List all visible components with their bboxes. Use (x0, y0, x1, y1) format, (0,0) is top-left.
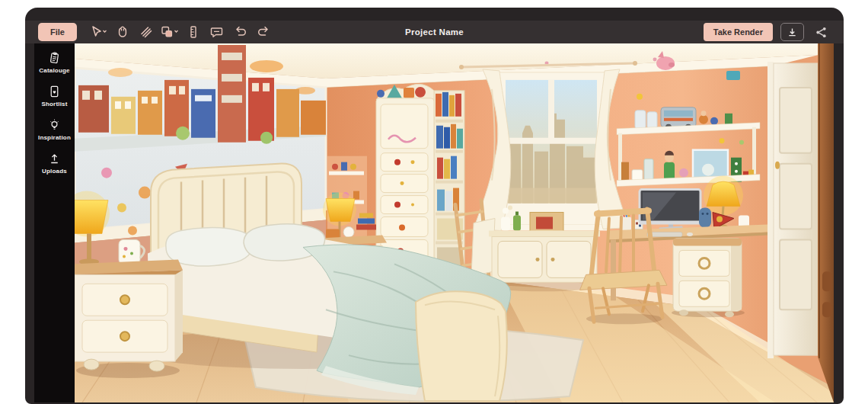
uploads-icon (48, 152, 61, 165)
sidebar-label: Inspiration (38, 134, 71, 141)
file-menu-button[interactable]: File (38, 23, 77, 41)
download-icon (787, 27, 798, 38)
cursor-icon (90, 25, 108, 39)
leaning-board (471, 219, 495, 277)
project-title: Project Name (405, 27, 464, 37)
app-window: File (25, 8, 844, 404)
overlapping-squares-icon (160, 25, 180, 39)
pillow (166, 227, 254, 265)
share-icon (815, 26, 828, 39)
undo-arrow-icon (233, 25, 247, 39)
sidebar-label: Catalouge (39, 67, 69, 74)
sidebar-label: Shortlist (41, 101, 67, 107)
tool-group (87, 22, 276, 42)
table-lamp (75, 200, 108, 234)
door (767, 43, 834, 402)
share-button[interactable] (812, 23, 830, 41)
render-canvas[interactable] (75, 43, 834, 402)
desk-drawer-unit (672, 238, 745, 317)
hatch-tool-button[interactable] (134, 22, 158, 42)
footboard (416, 291, 507, 401)
sidebar-item-inspiration[interactable]: Inspiration (34, 118, 75, 141)
sidebar-item-shortlist[interactable]: Shortlist (34, 85, 75, 107)
measure-tool-button[interactable] (181, 22, 205, 42)
toolbar: File (25, 21, 844, 43)
sidebar: Catalouge Shortlist Inspiration (34, 43, 75, 402)
toolbar-actions: Take Render (704, 23, 830, 41)
shapes-tool-button[interactable] (158, 22, 181, 42)
undo-button[interactable] (228, 22, 252, 42)
sidebar-item-uploads[interactable]: Uploads (34, 152, 75, 175)
redo-arrow-icon (257, 25, 271, 39)
diagonal-hatch-icon (139, 25, 153, 39)
catalogue-icon (48, 51, 61, 65)
dresser-drawers (381, 153, 428, 263)
sidebar-item-catalogue[interactable]: Catalouge (34, 51, 75, 74)
shortlist-icon (48, 85, 61, 98)
grab-hand-icon (116, 25, 129, 39)
pan-tool-button[interactable] (110, 22, 134, 42)
ruler-icon (187, 25, 200, 39)
download-button[interactable] (780, 23, 804, 41)
bedroom-render (75, 43, 834, 402)
comment-bubble-icon (209, 25, 224, 39)
content-row: Catalouge Shortlist Inspiration (34, 43, 834, 402)
take-render-button[interactable]: Take Render (704, 23, 773, 41)
inspiration-icon (48, 118, 61, 132)
select-tool-button[interactable] (87, 22, 110, 42)
comment-tool-button[interactable] (205, 22, 228, 42)
sidebar-label: Uploads (42, 168, 67, 175)
redo-button[interactable] (252, 22, 276, 42)
